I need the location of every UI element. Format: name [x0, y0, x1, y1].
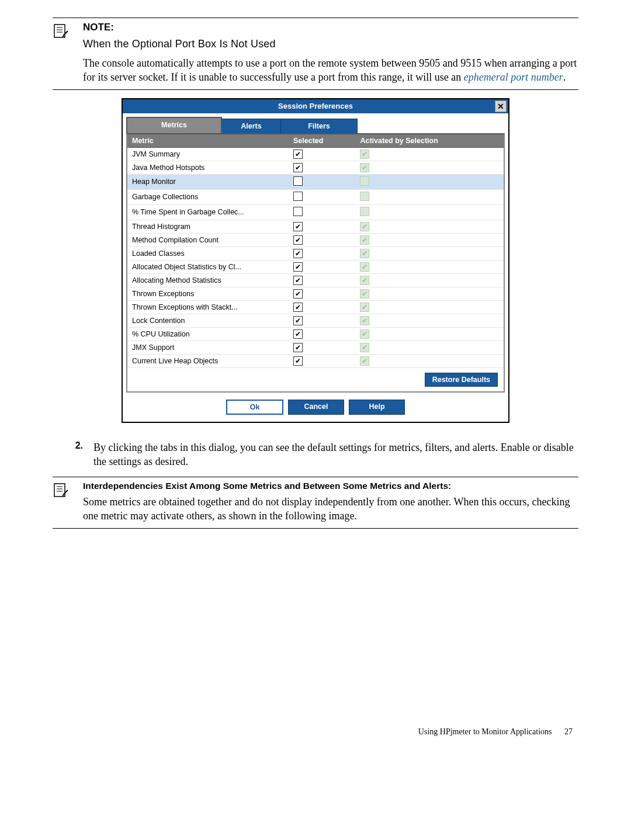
table-row[interactable]: Allocating Method Statistics✔✔: [127, 273, 504, 287]
footer-title: Using HPjmeter to Monitor Applications: [418, 727, 552, 736]
selected-checkbox[interactable]: ✔: [293, 343, 303, 352]
note-icon: [53, 485, 69, 502]
dialog-title: Session Preferences: [278, 102, 353, 110]
selected-cell: ✔: [289, 147, 355, 161]
selected-cell: ✔: [289, 287, 355, 300]
selected-checkbox[interactable]: ✔: [293, 303, 303, 312]
activated-cell: ✔: [355, 300, 504, 314]
selected-checkbox[interactable]: [293, 176, 303, 186]
metric-name: Allocated Object Statistics by Cl...: [127, 260, 289, 273]
selected-checkbox[interactable]: ✔: [293, 150, 303, 159]
selected-cell: ✔: [289, 161, 355, 174]
metric-name: Heap Monitor: [127, 174, 289, 189]
close-icon: ✕: [497, 102, 504, 110]
activated-checkbox: ✔: [360, 356, 369, 366]
metric-name: Java Method Hotspots: [127, 161, 289, 174]
table-row[interactable]: JMX Support✔✔: [127, 341, 504, 354]
selected-checkbox[interactable]: ✔: [293, 316, 303, 325]
svg-marker-11: [62, 495, 64, 496]
selected-checkbox[interactable]: ✔: [293, 163, 303, 172]
metric-name: Method Compilation Count: [127, 233, 289, 247]
selected-checkbox[interactable]: ✔: [293, 249, 303, 258]
col-selected: Selected: [289, 134, 355, 148]
table-row[interactable]: Allocated Object Statistics by Cl...✔✔: [127, 260, 504, 273]
selected-checkbox[interactable]: ✔: [293, 329, 303, 339]
table-row[interactable]: Current Live Heap Objects✔✔: [127, 354, 504, 367]
selected-checkbox[interactable]: ✔: [293, 289, 303, 298]
tab-metrics[interactable]: Metrics: [126, 117, 222, 133]
tab-alerts[interactable]: Alerts: [222, 119, 281, 133]
activated-checkbox: [360, 192, 369, 201]
interdep-text: Some metrics are obtained together and d…: [83, 495, 578, 523]
selected-cell: ✔: [289, 260, 355, 273]
selected-cell: [289, 189, 355, 204]
ephemeral-link[interactable]: ephemeral port number: [464, 71, 563, 83]
metric-name: JMX Support: [127, 341, 289, 354]
help-button[interactable]: Help: [349, 400, 405, 415]
table-row[interactable]: Garbage Collections: [127, 189, 504, 204]
activated-checkbox: ✔: [360, 343, 369, 352]
selected-checkbox[interactable]: ✔: [293, 235, 303, 245]
cancel-button[interactable]: Cancel: [288, 400, 344, 415]
table-row[interactable]: Heap Monitor: [127, 174, 504, 189]
interdep-title: Interdependencies Exist Among Some Metri…: [83, 481, 578, 491]
interdep-note-block: Interdependencies Exist Among Some Metri…: [53, 477, 578, 529]
step-text: By clicking the tabs in this dialog, you…: [93, 440, 578, 469]
table-row[interactable]: Loaded Classes✔✔: [127, 247, 504, 260]
metric-name: Allocating Method Statistics: [127, 273, 289, 287]
selected-cell: ✔: [289, 247, 355, 260]
metric-name: Thread Histogram: [127, 220, 289, 233]
selected-checkbox[interactable]: [293, 207, 303, 216]
activated-cell: ✔: [355, 247, 504, 260]
table-row[interactable]: % CPU Utilization✔✔: [127, 327, 504, 341]
table-row[interactable]: Method Compilation Count✔✔: [127, 233, 504, 247]
tab-filters[interactable]: Filters: [281, 119, 358, 133]
activated-checkbox: ✔: [360, 289, 369, 298]
selected-checkbox[interactable]: ✔: [293, 222, 303, 231]
activated-cell: ✔: [355, 354, 504, 367]
activated-cell: ✔: [355, 233, 504, 247]
activated-cell: ✔: [355, 161, 504, 174]
metric-name: Current Live Heap Objects: [127, 354, 289, 367]
table-row[interactable]: Java Method Hotspots✔✔: [127, 161, 504, 174]
table-row[interactable]: Thrown Exceptions with Stackt...✔✔: [127, 300, 504, 314]
activated-cell: [355, 204, 504, 220]
activated-cell: ✔: [355, 287, 504, 300]
restore-defaults-button[interactable]: Restore Defaults: [425, 373, 498, 387]
session-preferences-dialog: Session Preferences ✕ Metrics Alerts Fil…: [122, 98, 509, 423]
ok-button[interactable]: Ok: [226, 400, 283, 415]
metric-name: Thrown Exceptions with Stackt...: [127, 300, 289, 314]
activated-checkbox: ✔: [360, 316, 369, 325]
table-row[interactable]: Lock Contention✔✔: [127, 314, 504, 327]
selected-checkbox[interactable]: ✔: [293, 262, 303, 272]
selected-cell: [289, 204, 355, 220]
activated-cell: ✔: [355, 341, 504, 354]
selected-cell: ✔: [289, 220, 355, 233]
col-metric: Metric: [127, 134, 289, 148]
metric-name: Thrown Exceptions: [127, 287, 289, 300]
activated-cell: ✔: [355, 327, 504, 341]
note-subtitle: When the Optional Port Box Is Not Used: [83, 38, 578, 50]
metric-name: Loaded Classes: [127, 247, 289, 260]
close-button[interactable]: ✕: [495, 100, 507, 112]
table-row[interactable]: % Time Spent in Garbage Collec...: [127, 204, 504, 220]
selected-cell: ✔: [289, 354, 355, 367]
selected-checkbox[interactable]: ✔: [293, 356, 303, 366]
selected-cell: [289, 174, 355, 189]
metric-name: Garbage Collections: [127, 189, 289, 204]
selected-cell: ✔: [289, 273, 355, 287]
metric-name: % Time Spent in Garbage Collec...: [127, 204, 289, 220]
activated-checkbox: ✔: [360, 249, 369, 258]
table-row[interactable]: JVM Summary✔✔: [127, 147, 504, 161]
selected-cell: ✔: [289, 300, 355, 314]
table-row[interactable]: Thrown Exceptions✔✔: [127, 287, 504, 300]
note-block: NOTE: When the Optional Port Box Is Not …: [53, 18, 578, 90]
activated-cell: ✔: [355, 260, 504, 273]
table-row[interactable]: Thread Histogram✔✔: [127, 220, 504, 233]
note-text: The console automatically attempts to us…: [83, 56, 578, 85]
selected-checkbox[interactable]: [293, 192, 303, 201]
selected-checkbox[interactable]: ✔: [293, 276, 303, 285]
activated-cell: ✔: [355, 314, 504, 327]
activated-checkbox: [360, 207, 369, 216]
activated-checkbox: [360, 176, 369, 186]
